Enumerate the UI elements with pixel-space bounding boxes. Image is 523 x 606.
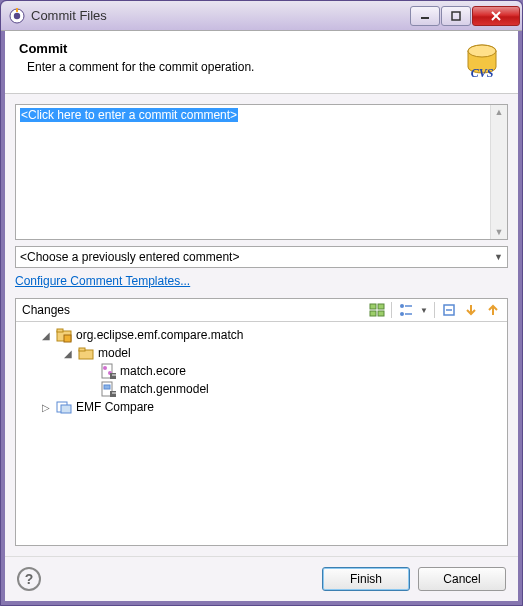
genmodel-file-icon — [100, 381, 116, 397]
collapse-all-icon[interactable] — [441, 302, 457, 318]
commit-comment-field[interactable]: <Click here to enter a commit comment> ▲… — [15, 104, 508, 240]
svg-rect-2 — [16, 8, 18, 12]
ecore-file-icon — [100, 363, 116, 379]
titlebar[interactable]: Commit Files — [1, 1, 522, 31]
scroll-up-icon[interactable]: ▲ — [495, 107, 504, 117]
dialog-subtitle: Enter a comment for the commit operation… — [19, 60, 456, 74]
previous-comment-dropdown[interactable]: <Choose a previously entered comment> ▼ — [15, 246, 508, 268]
tree-node-file[interactable]: match.genmodel — [18, 380, 505, 398]
cvs-badge-text: CVS — [471, 66, 494, 80]
svg-rect-21 — [64, 335, 71, 342]
svg-rect-11 — [370, 311, 376, 316]
dialog-window: Commit Files Commit Enter a comment for … — [0, 0, 523, 606]
svg-rect-4 — [452, 12, 460, 20]
maximize-button[interactable] — [441, 6, 471, 26]
dropdown-selected: <Choose a previously entered comment> — [20, 250, 239, 264]
node-label: match.genmodel — [120, 382, 209, 396]
svg-rect-29 — [104, 385, 110, 389]
svg-rect-20 — [57, 329, 63, 332]
tree-node-project[interactable]: ◢ org.eclipse.emf.compare.match — [18, 326, 505, 344]
node-label: org.eclipse.emf.compare.match — [76, 328, 243, 342]
scroll-down-icon[interactable]: ▼ — [495, 227, 504, 237]
arrow-down-icon[interactable] — [463, 302, 479, 318]
changes-tree[interactable]: ◢ org.eclipse.emf.compare.match ◢ model — [16, 322, 507, 545]
changes-header: Changes ▼ — [16, 299, 507, 322]
project-icon — [56, 327, 72, 343]
cvs-icon: CVS — [456, 41, 504, 83]
toolbar-separator — [434, 302, 435, 318]
svg-point-8 — [468, 45, 496, 57]
svg-rect-10 — [378, 304, 384, 309]
window-title: Commit Files — [31, 8, 410, 23]
minimize-button[interactable] — [410, 6, 440, 26]
svg-point-1 — [14, 12, 20, 18]
menu-arrow-icon[interactable]: ▼ — [420, 306, 428, 315]
configure-templates-link[interactable]: Configure Comment Templates... — [15, 274, 190, 288]
tree-node-folder[interactable]: ◢ model — [18, 344, 505, 362]
node-label: EMF Compare — [76, 400, 154, 414]
collapse-icon[interactable]: ▷ — [40, 402, 52, 413]
tree-node-workingset[interactable]: ▷ EMF Compare — [18, 398, 505, 416]
tree-layout-icon[interactable] — [398, 302, 414, 318]
cancel-button[interactable]: Cancel — [418, 567, 506, 591]
expand-icon[interactable]: ◢ — [62, 348, 74, 359]
scrollbar[interactable]: ▲ ▼ — [490, 105, 507, 239]
svg-rect-23 — [79, 348, 85, 351]
toolbar-separator — [391, 302, 392, 318]
dialog-header: Commit Enter a comment for the commit op… — [5, 31, 518, 94]
dialog-title: Commit — [19, 41, 456, 56]
comment-placeholder: <Click here to enter a commit comment> — [20, 108, 238, 122]
svg-rect-27 — [110, 373, 116, 379]
svg-point-25 — [103, 366, 107, 370]
expand-icon[interactable]: ◢ — [40, 330, 52, 341]
close-button[interactable] — [472, 6, 520, 26]
changes-title: Changes — [22, 303, 363, 317]
svg-rect-9 — [370, 304, 376, 309]
node-label: match.ecore — [120, 364, 186, 378]
chevron-down-icon: ▼ — [494, 252, 503, 262]
workingset-icon — [56, 399, 72, 415]
finish-button[interactable]: Finish — [322, 567, 410, 591]
help-button[interactable]: ? — [17, 567, 41, 591]
folder-icon — [78, 345, 94, 361]
content-area: <Click here to enter a commit comment> ▲… — [5, 94, 518, 556]
svg-rect-30 — [110, 391, 116, 397]
tree-node-file[interactable]: match.ecore — [18, 362, 505, 380]
app-icon — [9, 8, 25, 24]
dialog-footer: ? Finish Cancel — [5, 556, 518, 601]
changes-panel: Changes ▼ — [15, 298, 508, 546]
svg-point-14 — [400, 312, 404, 316]
svg-point-13 — [400, 304, 404, 308]
flat-layout-icon[interactable] — [369, 302, 385, 318]
arrow-up-icon[interactable] — [485, 302, 501, 318]
svg-rect-12 — [378, 311, 384, 316]
svg-rect-32 — [61, 405, 71, 413]
node-label: model — [98, 346, 131, 360]
